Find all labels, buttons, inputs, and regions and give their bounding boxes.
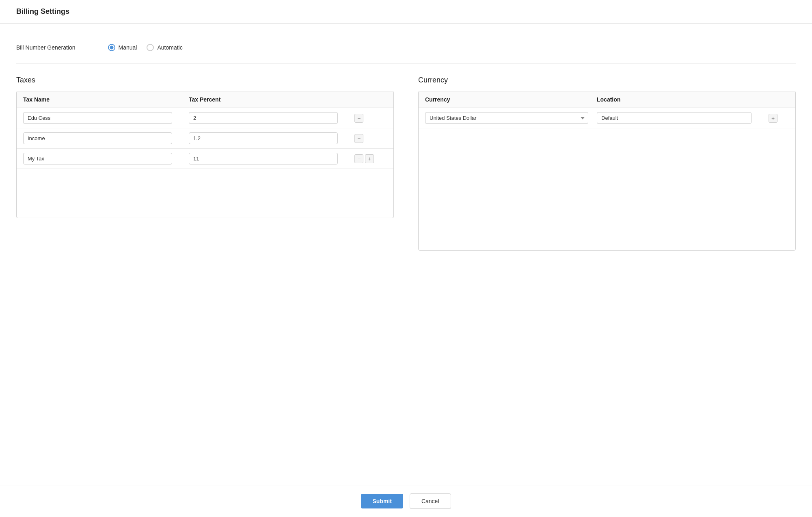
radio-manual[interactable]: Manual: [108, 44, 137, 51]
currency-select[interactable]: United States Dollar Euro British Pound …: [425, 112, 588, 124]
main-layout: Taxes Tax Name Tax Percent −: [16, 76, 796, 251]
bill-number-label: Bill Number Generation: [16, 44, 76, 51]
currency-location-input[interactable]: [597, 112, 752, 124]
table-row: − +: [17, 149, 393, 169]
table-row: −: [17, 108, 393, 128]
currency-add-btn[interactable]: +: [769, 114, 777, 123]
tax-percent-cell-3: [189, 153, 354, 164]
taxes-col-name: Tax Name: [23, 96, 189, 103]
tax-name-input-2[interactable]: [23, 132, 172, 144]
currency-col-location: Location: [597, 96, 769, 103]
currency-title: Currency: [418, 76, 796, 84]
currency-table-header: Currency Location: [419, 91, 795, 108]
tax-name-input-1[interactable]: [23, 112, 172, 124]
tax-add-btn-3[interactable]: +: [365, 154, 374, 163]
tax-remove-btn-2[interactable]: −: [354, 134, 363, 143]
currency-section: Currency Currency Location United States…: [418, 76, 796, 251]
cancel-button[interactable]: Cancel: [410, 493, 451, 509]
currency-table: Currency Location United States Dollar E…: [418, 91, 796, 251]
taxes-title: Taxes: [16, 76, 394, 84]
currency-row: United States Dollar Euro British Pound …: [419, 108, 795, 128]
page-title: Billing Settings: [16, 7, 69, 15]
radio-manual-input[interactable]: [108, 44, 115, 51]
tax-name-cell-1: [23, 112, 189, 124]
radio-automatic-label: Automatic: [157, 44, 182, 51]
tax-remove-btn-1[interactable]: −: [354, 114, 363, 123]
submit-button[interactable]: Submit: [361, 494, 403, 508]
tax-row-actions-1: −: [354, 114, 387, 123]
footer: Submit Cancel: [0, 485, 812, 517]
currency-location-cell: [597, 112, 769, 124]
radio-automatic[interactable]: Automatic: [147, 44, 182, 51]
radio-automatic-input[interactable]: [147, 44, 154, 51]
taxes-section: Taxes Tax Name Tax Percent −: [16, 76, 394, 251]
currency-col-actions: [769, 96, 789, 103]
currency-empty-area: [419, 128, 795, 250]
currency-select-cell: United States Dollar Euro British Pound …: [425, 112, 597, 124]
taxes-col-actions: [354, 96, 387, 103]
taxes-col-percent: Tax Percent: [189, 96, 354, 103]
tax-row-actions-3: − +: [354, 154, 387, 163]
bill-number-generation-row: Bill Number Generation Manual Automatic: [16, 36, 796, 64]
radio-group-bill-generation: Manual Automatic: [108, 44, 183, 51]
taxes-table-header: Tax Name Tax Percent: [17, 91, 393, 108]
taxes-empty-area: [17, 169, 393, 218]
currency-row-actions: +: [769, 114, 789, 123]
tax-row-actions-2: −: [354, 134, 387, 143]
tax-percent-cell-2: [189, 132, 354, 144]
tax-name-cell-2: [23, 132, 189, 144]
table-row: −: [17, 128, 393, 149]
taxes-table: Tax Name Tax Percent −: [16, 91, 394, 218]
tax-remove-btn-3[interactable]: −: [354, 154, 363, 163]
currency-col-currency: Currency: [425, 96, 597, 103]
tax-name-cell-3: [23, 153, 189, 164]
tax-percent-input-2[interactable]: [189, 132, 338, 144]
radio-manual-label: Manual: [119, 44, 137, 51]
tax-percent-input-3[interactable]: [189, 153, 338, 164]
tax-percent-cell-1: [189, 112, 354, 124]
tax-name-input-3[interactable]: [23, 153, 172, 164]
tax-percent-input-1[interactable]: [189, 112, 338, 124]
